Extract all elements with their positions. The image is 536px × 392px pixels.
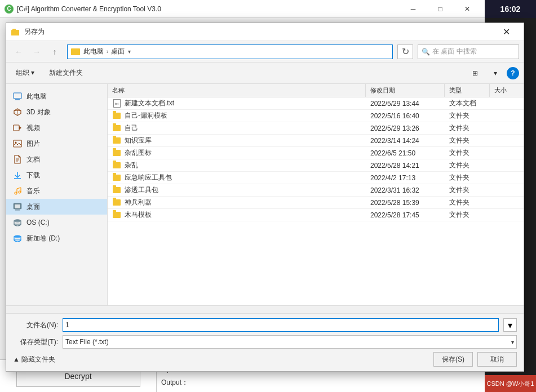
sidebar-label-photo: 图片 [26,139,40,149]
table-row[interactable]: 应急响应工具包2022/4/2 17:13文件夹 [108,172,524,184]
col-name[interactable]: 名称 [108,84,366,97]
filetype-row: 保存类型(T): Text File (*.txt) ▾ [13,335,517,349]
sidebar-item-doc[interactable]: 文档 [6,152,107,167]
new-folder-button[interactable]: 新建文件夹 [44,66,88,81]
3d-icon [13,108,22,117]
filename-label: 文件名(N): [13,320,58,330]
svg-marker-9 [19,126,21,130]
filename-dropdown[interactable]: ▾ [503,318,517,332]
filename-row: 文件名(N): ▾ [13,318,517,332]
search-icon: 🔍 [422,48,430,56]
file-list: 名称 修改日期 类型 大小 txt新建文本文档.txt2022/5/29 13:… [108,84,524,305]
dialog-sidebar: 此电脑 3D 对象 [6,84,108,305]
table-row[interactable]: 渗透工具包2022/3/31 16:32文件夹 [108,184,524,197]
view-options-button[interactable]: ▾ [486,66,504,81]
table-row[interactable]: 神兵利器2022/5/28 15:39文件夹 [108,197,524,209]
filetype-value: Text File (*.txt) [65,338,109,346]
search-box[interactable]: 🔍 在 桌面 中搜索 [418,44,519,59]
file-type-cell: 文件夹 [445,111,490,121]
file-type-cell: 文件夹 [445,173,490,182]
svg-point-27 [14,219,21,222]
c-drive-icon [13,218,22,227]
file-date-cell: 2022/5/29 13:44 [366,100,445,108]
address-dropdown[interactable]: ▾ [125,44,134,59]
desktop-icon [13,202,22,211]
folder-icon [112,124,121,133]
dialog-titlebar: 另存为 ✕ [6,23,524,41]
csdn-watermark: CSDN @W小哥1 [485,375,536,392]
table-row[interactable]: 知识宝库2022/3/14 14:24文件夹 [108,135,524,147]
col-type[interactable]: 类型 [445,84,490,97]
file-name-cell: txt新建文本文档.txt [108,99,366,108]
table-row[interactable]: 杂乱图标2022/6/5 21:50文件夹 [108,147,524,159]
file-name-text: 杂乱 [125,161,138,170]
file-name-text: 自己-漏洞模板 [125,111,167,121]
filename-input[interactable] [63,318,499,332]
organize-button[interactable]: 组织 ▾ [11,66,39,81]
col-size[interactable]: 大小 [490,84,524,97]
file-name-text: 杂乱图标 [125,148,152,158]
svg-rect-3 [14,93,21,99]
forward-button[interactable]: → [29,44,45,60]
file-name-text: 知识宝库 [125,136,152,145]
refresh-button[interactable]: ↻ [397,44,413,59]
sidebar-label-desktop: 桌面 [26,202,40,212]
music-icon [13,186,22,195]
help-button[interactable]: ? [507,67,519,79]
dialog-title: 另存为 [24,27,493,37]
file-type-cell: 文件夹 [445,136,490,145]
dialog-footer: 文件名(N): ▾ 保存类型(T): Text File (*.txt) ▾ ▲… [6,313,524,371]
back-button[interactable]: ← [11,44,26,60]
show-folders-button[interactable]: ▲ 隐藏文件夹 [13,355,55,364]
file-name-cell: 神兵利器 [108,198,366,207]
filetype-dropdown-arrow: ▾ [511,339,514,345]
svg-rect-1 [11,31,19,35]
cancel-button[interactable]: 取消 [477,352,517,367]
sidebar-label-download: 下载 [26,171,40,180]
svg-rect-10 [14,140,21,147]
sidebar-item-d-drive[interactable]: 新加卷 (D:) [6,230,107,246]
dialog-actionbar: 组织 ▾ 新建文件夹 ⊞ ▾ ? [6,63,524,84]
table-row[interactable]: 自己-漏洞模板2022/5/16 16:40文件夹 [108,110,524,122]
sidebar-label-computer: 此电脑 [26,92,47,101]
sidebar-item-music[interactable]: 音乐 [6,183,107,199]
address-bar[interactable]: 此电脑 › 桌面 ▾ [67,44,393,59]
sidebar-item-video[interactable]: 视频 [6,120,107,136]
folder-icon [112,112,121,121]
svg-point-30 [14,235,21,238]
dialog-body: 此电脑 3D 对象 [6,84,524,305]
sidebar-item-3d[interactable]: 3D 对象 [6,104,107,120]
filetype-select[interactable]: Text File (*.txt) ▾ [63,335,517,349]
show-folders-label: ▲ 隐藏文件夹 [13,355,55,364]
svg-rect-23 [15,204,20,208]
table-row[interactable]: 自己2022/5/29 13:26文件夹 [108,122,524,135]
file-date-cell: 2022/4/2 17:13 [366,174,445,182]
file-rows: txt新建文本文档.txt2022/5/29 13:44文本文档自己-漏洞模板2… [108,97,524,221]
dialog-overlay: 另存为 ✕ ← → ↑ 此电脑 › 桌面 ▾ ↻ 🔍 [0,0,536,392]
sidebar-item-c-drive[interactable]: OS (C:) [6,215,107,230]
address-segment: 此电脑 › 桌面 [71,47,125,56]
table-row[interactable]: 杂乱2022/5/28 14:21文件夹 [108,159,524,172]
folder-icon [112,161,121,170]
watermark-text: CSDN @W小哥1 [487,380,534,388]
col-date[interactable]: 修改日期 [366,84,445,97]
svg-rect-2 [12,29,16,31]
sidebar-item-computer[interactable]: 此电脑 [6,88,107,104]
d-drive-icon [13,234,22,243]
table-row[interactable]: txt新建文本文档.txt2022/5/29 13:44文本文档 [108,97,524,110]
file-date-cell: 2022/5/28 17:45 [366,211,445,219]
file-type-cell: 文件夹 [445,148,490,158]
svg-line-21 [17,188,21,189]
sidebar-item-download[interactable]: 下载 [6,167,107,183]
file-name-text: 新建文本文档.txt [125,99,174,108]
save-button[interactable]: 保存(S) [433,352,473,367]
sidebar-label-video: 视频 [26,123,40,133]
table-row[interactable]: 木马模板2022/5/28 17:45文件夹 [108,209,524,221]
h-scroll-area[interactable] [6,305,524,313]
sidebar-item-desktop[interactable]: 桌面 [6,199,107,215]
folder-icon [112,211,121,220]
dialog-close-button[interactable]: ✕ [493,23,519,41]
up-button[interactable]: ↑ [47,44,63,60]
view-button[interactable]: ⊞ [466,66,484,81]
sidebar-item-photo[interactable]: 图片 [6,136,107,152]
